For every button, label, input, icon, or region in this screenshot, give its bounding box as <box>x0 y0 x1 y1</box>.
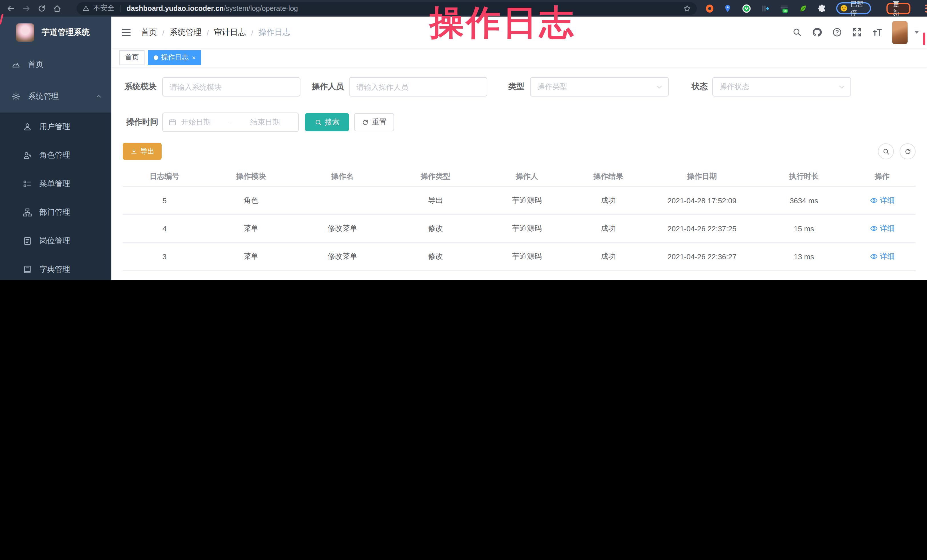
sidebar-item-菜单管理[interactable]: 菜单管理 <box>0 170 111 198</box>
help-icon[interactable] <box>832 27 842 37</box>
calendar-icon <box>169 118 176 126</box>
filter-row-2: 操作时间 开始日期 - 结束日期 搜索 重置 <box>123 112 916 132</box>
detail-link[interactable]: 详细 <box>869 195 895 205</box>
table-row: 5角色导出芋道源码成功2021-04-28 17:52:093634 ms详细 <box>123 187 916 215</box>
chrome-update-button[interactable]: 更新 <box>887 3 910 14</box>
tag-操作日志[interactable]: 操作日志× <box>148 50 201 65</box>
ext-puzzle-icon[interactable] <box>818 4 827 13</box>
bookmark-star-icon[interactable] <box>683 4 691 12</box>
search-icon[interactable] <box>792 27 802 37</box>
breadcrumb-separator: / <box>162 28 164 37</box>
cell-id: 5 <box>123 196 206 205</box>
chevron-down-icon <box>656 83 663 90</box>
github-icon[interactable] <box>812 27 822 37</box>
cell-name: 修改菜单 <box>296 251 389 262</box>
hamburger-icon[interactable] <box>121 27 131 38</box>
operator-input[interactable] <box>349 77 487 97</box>
search-icon <box>882 148 890 155</box>
detail-label: 详细 <box>880 223 895 233</box>
cell-type: 修改 <box>389 223 482 234</box>
cell-duration: 15 ms <box>759 224 849 233</box>
font-size-icon[interactable] <box>872 27 882 37</box>
sidebar-logo-row[interactable]: 芋道管理系统 <box>0 17 111 49</box>
user-avatar[interactable] <box>892 21 907 44</box>
sidebar-item-角色管理[interactable]: 角色管理 <box>0 141 111 170</box>
post-icon <box>23 237 32 246</box>
sidebar-item-用户管理[interactable]: 用户管理 <box>0 112 111 141</box>
column-header: 操作模块 <box>206 171 296 181</box>
ext-picker-icon[interactable] <box>761 4 770 13</box>
cell-operator: 芋道源码 <box>482 223 572 234</box>
address-bar[interactable]: 不安全 dashboard.yudao.iocoder.cn/system/lo… <box>76 2 697 15</box>
sidebar-item-字典管理[interactable]: 字典管理 <box>0 255 111 280</box>
cell-module: 菜单 <box>206 279 296 280</box>
status-select[interactable]: 操作状态 <box>712 77 851 97</box>
refresh-icon <box>362 118 369 126</box>
refresh-table-button[interactable] <box>900 143 916 159</box>
tag-首页[interactable]: 首页 <box>119 50 144 65</box>
type-select[interactable]: 操作类型 <box>530 77 669 97</box>
date-range-picker[interactable]: 开始日期 - 结束日期 <box>162 112 299 132</box>
cell-module: 菜单 <box>206 223 296 234</box>
sidebar-item-岗位管理[interactable]: 岗位管理 <box>0 227 111 255</box>
breadcrumb-item: 操作日志 <box>258 27 290 37</box>
url-separator <box>120 5 121 12</box>
close-icon[interactable]: × <box>192 54 196 61</box>
search-button[interactable]: 搜索 <box>305 113 349 131</box>
browser-forward-icon[interactable] <box>22 4 31 13</box>
browser-reload-icon[interactable] <box>37 4 46 13</box>
profile-paused-badge[interactable]: 已暂停 <box>836 2 871 14</box>
sidebar-item-label: 角色管理 <box>40 150 70 161</box>
column-header: 操作类型 <box>389 171 482 181</box>
cell-date: 2021-04-26 22:37:25 <box>645 224 759 233</box>
app-title: 芋道管理系统 <box>42 27 90 38</box>
sidebar-menu: 首页系统管理用户管理角色管理菜单管理部门管理岗位管理字典管理通知公告审计日志操作… <box>0 49 111 280</box>
ext-proxy-icon[interactable] <box>706 4 713 12</box>
security-label: 不安全 <box>93 3 114 13</box>
cell-result: 成功 <box>572 251 645 262</box>
ext-leaf-icon[interactable] <box>798 4 808 13</box>
export-button[interactable]: 导出 <box>123 143 162 160</box>
breadcrumb-item[interactable]: 首页 <box>141 27 157 37</box>
cell-name: 修改菜单 <box>296 223 389 234</box>
chevron-down-icon <box>839 83 845 90</box>
cell-result: 成功 <box>572 195 645 206</box>
fullscreen-icon[interactable] <box>852 27 862 37</box>
ext-on-switch-icon[interactable]: on <box>780 4 789 13</box>
detail-link[interactable]: 详细 <box>869 279 895 280</box>
top-navbar: 首页/系统管理/审计日志/操作日志 <box>111 17 927 48</box>
detail-label: 详细 <box>880 195 895 205</box>
eye-icon <box>869 196 878 204</box>
eye-icon <box>869 224 878 232</box>
breadcrumb-item[interactable]: 审计日志 <box>214 27 246 37</box>
sidebar-item-系统管理[interactable]: 系统管理 <box>0 80 111 112</box>
search-icon <box>315 118 322 126</box>
cell-type: 修改 <box>389 251 482 262</box>
url-host: dashboard.yudao.iocoder.cn <box>126 4 223 12</box>
detail-link[interactable]: 详细 <box>869 251 895 261</box>
url-path: /system/log/operate-log <box>223 4 298 12</box>
cell-actions: 详细 <box>849 195 916 206</box>
breadcrumb-item[interactable]: 系统管理 <box>170 27 202 37</box>
cell-actions: 详细 <box>849 251 916 262</box>
sidebar-item-label: 菜单管理 <box>40 179 70 189</box>
type-label: 类型 <box>506 82 524 92</box>
avatar-caret-icon[interactable] <box>915 31 919 34</box>
cell-actions: 详细 <box>849 279 916 280</box>
detail-link[interactable]: 详细 <box>869 223 895 233</box>
reset-button[interactable]: 重置 <box>354 113 394 131</box>
active-tag-dot <box>153 55 158 60</box>
cell-module: 角色 <box>206 195 296 206</box>
end-date-placeholder: 结束日期 <box>250 117 280 127</box>
chrome-menu-icon[interactable] <box>925 4 927 12</box>
ext-green-v-icon[interactable] <box>742 4 751 13</box>
toggle-search-button[interactable] <box>878 143 894 159</box>
browser-back-icon[interactable] <box>6 4 15 13</box>
sidebar-item-部门管理[interactable]: 部门管理 <box>0 198 111 227</box>
browser-home-icon[interactable] <box>53 4 62 13</box>
cell-date: 2021-04-28 17:52:09 <box>645 196 759 205</box>
module-input[interactable] <box>162 77 301 97</box>
sidebar-item-首页[interactable]: 首页 <box>0 49 111 80</box>
gear-icon <box>11 92 21 101</box>
ext-pin-icon[interactable] <box>723 4 732 13</box>
